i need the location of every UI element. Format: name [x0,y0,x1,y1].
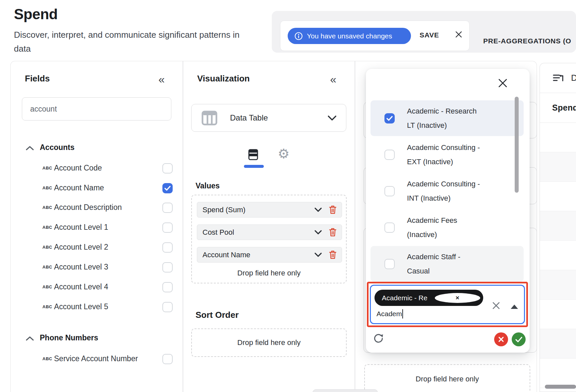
option-checkbox[interactable] [384,113,395,123]
table-row[interactable] [540,182,576,211]
field-checkbox-account-description[interactable] [162,203,173,213]
filter-option[interactable]: Academic Fees(Inactive) [371,210,524,245]
value-field-spend-sum[interactable]: Spend (Sum) [197,202,342,218]
filter-drop-hint: Drop field here only [364,375,530,383]
filter-option[interactable]: Academic - ResearchLT (Inactive) [371,100,524,136]
value-field-label: Cost Pool [202,228,315,237]
fields-collapse-icon[interactable]: « [158,74,165,84]
table-row[interactable] [540,329,576,359]
table-row[interactable] [540,300,576,329]
text-cursor [402,309,403,318]
dismiss-unsaved-icon[interactable] [453,29,464,40]
pre-aggregations-tab[interactable]: PRE-AGGREGATIONS (O [483,37,571,45]
chevron-down-icon[interactable] [315,253,322,257]
option-label: Academic Consulting -INT (Inactive) [407,177,487,205]
table-row[interactable] [540,359,576,388]
trash-icon[interactable] [329,205,336,214]
table-row[interactable] [540,270,576,300]
field-item-label[interactable]: Account Level 5 [54,302,108,311]
horizontal-scrollbar[interactable] [545,385,576,389]
accounts-collapse-icon[interactable] [26,146,34,152]
text-type-icon: ABC [42,185,52,190]
field-item-label[interactable]: Account Level 3 [54,263,108,271]
unsaved-changes-label: You have unsaved changes [307,32,392,40]
filter-option[interactable]: Academic Consulting -INT (Inactive) [371,173,524,209]
field-item-label[interactable]: Account Level 1 [54,223,108,232]
field-item-label[interactable]: Service Account Number [54,354,138,363]
panel-divider [355,61,355,392]
active-tab-indicator [244,165,264,168]
option-label: Academic Staff -Casual [407,250,487,278]
table-row[interactable] [540,123,576,152]
sort-rows-icon[interactable] [553,74,565,83]
chevron-down-icon[interactable] [315,208,322,212]
refresh-icon[interactable] [373,332,384,344]
trash-icon[interactable] [329,250,336,259]
chevron-down-icon[interactable] [315,230,322,235]
tab-settings-gear-icon[interactable]: ⚙ [278,147,290,160]
fields-section-phone-numbers[interactable]: Phone Numbers [40,333,98,342]
sort-order-label: Sort Order [196,310,239,320]
field-checkbox-account-level-5[interactable] [162,302,173,312]
chevron-down-icon [327,115,337,121]
field-item-label[interactable]: Account Name [54,183,104,192]
confirm-button[interactable] [512,332,526,346]
option-checkbox[interactable] [384,259,395,269]
table-row[interactable] [540,152,576,182]
sort-drop-hint: Drop field here only [191,338,347,347]
phone-numbers-collapse-icon[interactable] [26,336,34,342]
data-table-icon [202,111,217,125]
field-checkbox-account-level-1[interactable] [162,222,173,233]
popup-scrollbar[interactable] [515,97,519,193]
table-row[interactable] [540,241,576,270]
filter-option[interactable]: Academic Consulting -EXT (Inactive) [371,137,524,172]
field-search-input[interactable] [22,98,171,120]
option-checkbox[interactable] [384,186,395,196]
option-label: Academic Consulting -EXT (Inactive) [407,140,487,169]
popup-close-icon[interactable] [497,77,508,89]
text-type-icon: ABC [42,356,52,361]
combobox-search-value: Academ [376,310,402,318]
field-checkbox-account-level-3[interactable] [162,262,173,272]
tab-table-icon[interactable] [248,149,259,162]
fields-section-accounts[interactable]: Accounts [40,143,75,152]
value-field-account-name[interactable]: Account Name [197,247,342,263]
visualization-collapse-icon[interactable]: « [330,74,336,84]
combobox-clear-icon[interactable] [492,301,500,310]
option-checkbox[interactable] [384,222,395,233]
field-search [22,97,171,121]
info-icon [294,32,303,40]
chart-type-select[interactable]: Data Table [191,104,346,132]
column-header-spend[interactable]: Spend [540,93,576,123]
option-checkbox[interactable] [384,150,395,160]
filter-option[interactable]: Academic Staff -Casual [371,246,524,282]
values-drop-hint: Drop field here only [191,269,347,277]
chip-remove-icon[interactable]: ✕ [435,293,481,303]
cancel-button[interactable] [494,332,508,346]
value-field-cost-pool[interactable]: Cost Pool [197,224,342,240]
save-button[interactable]: SAVE [420,31,439,39]
field-checkbox-account-name[interactable] [162,183,173,193]
values-section-label: Values [196,181,220,190]
selected-value-chip: Academic - Resear... ✕ [374,290,483,306]
table-row[interactable] [540,211,576,241]
field-checkbox-service-account-number[interactable] [162,354,173,364]
field-checkbox-account-level-4[interactable] [162,282,173,292]
field-checkbox-account-code[interactable] [162,163,173,173]
field-item-label[interactable]: Account Level 4 [54,282,108,291]
tooltip-stub [313,389,378,392]
panel-divider [183,61,183,392]
trash-icon[interactable] [329,228,336,237]
field-checkbox-account-level-2[interactable] [162,242,173,253]
text-type-icon: ABC [42,245,52,250]
page-title: Spend [14,6,58,23]
app-window: Spend Discover, interpret, and communica… [0,0,576,392]
data-table-toolbar: D [540,63,576,93]
field-item-label[interactable]: Account Level 2 [54,243,108,252]
field-item-label[interactable]: Account Description [54,203,122,212]
chart-type-value: Data Table [230,113,268,122]
combobox-search-text[interactable]: Academ [376,309,403,318]
field-item-label[interactable]: Account Code [54,164,102,172]
combobox-collapse-caret-icon[interactable] [511,305,518,309]
text-type-icon: ABC [42,205,52,210]
